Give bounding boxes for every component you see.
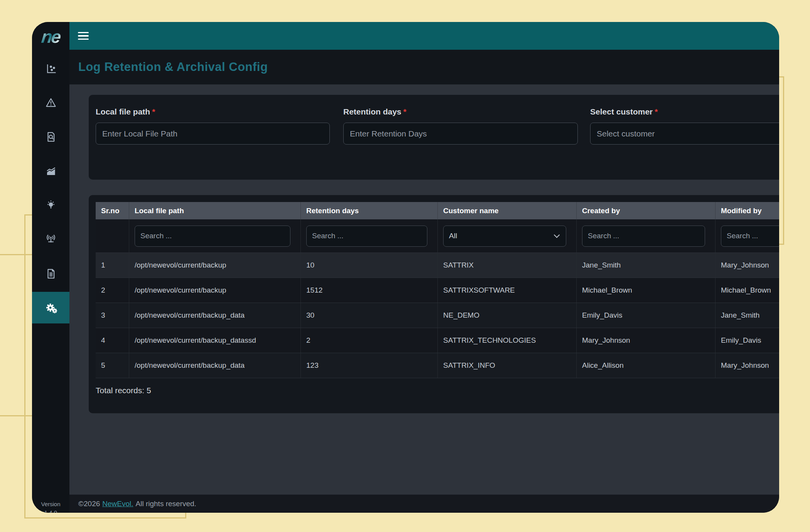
- lightbulb-icon: [45, 199, 57, 210]
- retention-days-input[interactable]: [343, 123, 578, 145]
- sidebar-item-alerts[interactable]: [32, 92, 69, 113]
- cell-created-by: Emily_Davis: [577, 303, 716, 328]
- local-file-path-field: Local file path*: [96, 107, 330, 145]
- cell-modified-by: Mary_Johnson: [716, 253, 779, 278]
- cell-created-by: Michael_Brown: [577, 278, 716, 303]
- alert-triangle-icon: [45, 97, 57, 108]
- cell-created-by: Jane_Smith: [577, 253, 716, 278]
- column-header-created-by: Created by: [577, 202, 716, 219]
- local-file-path-input[interactable]: [96, 123, 330, 145]
- top-bar: [69, 22, 779, 50]
- sidebar-item-trends[interactable]: [32, 160, 69, 182]
- filter-cell-empty: [96, 219, 129, 253]
- table-row[interactable]: 2 /opt/newevol/current/backup 1512 SATTR…: [96, 278, 779, 303]
- chevron-down-icon: [554, 232, 560, 238]
- required-marker: *: [152, 107, 155, 116]
- column-header-modified-by: Modified by: [716, 202, 779, 219]
- cell-local-file-path: /opt/newevol/current/backup: [129, 278, 301, 303]
- filter-local-file-path-input[interactable]: [135, 226, 290, 247]
- label-text: Local file path: [96, 107, 150, 116]
- cell-customer-name: NE_DEMO: [438, 303, 577, 328]
- cell-retention-days: 123: [301, 353, 438, 378]
- brand-logo[interactable]: ne: [32, 25, 71, 48]
- filter-customer-select[interactable]: All: [443, 226, 566, 247]
- label-text: Select customer: [590, 107, 653, 116]
- title-bar: Log Retention & Archival Config: [69, 50, 779, 84]
- required-marker: *: [655, 107, 658, 116]
- sidebar-item-insights[interactable]: [32, 194, 69, 215]
- table-row[interactable]: 5 /opt/newevol/current/backup_data 123 S…: [96, 353, 779, 378]
- cell-srno: 3: [96, 303, 129, 328]
- area-chart-icon: [45, 165, 57, 177]
- cell-srno: 2: [96, 278, 129, 303]
- retention-days-label: Retention days*: [343, 107, 578, 116]
- footer: ©2026 NewEvol. All rights reserved.: [69, 495, 779, 513]
- cell-modified-by: Jane_Smith: [716, 303, 779, 328]
- page: { "window": { "title": "Log Retention & …: [0, 0, 810, 532]
- column-header-customer-name: Customer name: [438, 202, 577, 219]
- cell-customer-name: SATTRIX_INFO: [438, 353, 577, 378]
- cell-retention-days: 1512: [301, 278, 438, 303]
- table-row[interactable]: 4 /opt/newevol/current/backup_datassd 2 …: [96, 328, 779, 353]
- select-customer-field: Select customer*: [590, 107, 779, 145]
- cell-local-file-path: /opt/newevol/current/backup_data: [129, 303, 301, 328]
- page-title: Log Retention & Archival Config: [78, 60, 268, 74]
- cell-modified-by: Emily_Davis: [716, 328, 779, 353]
- retention-form-panel: Local file path* Retention days* Select …: [89, 95, 779, 180]
- cell-retention-days: 10: [301, 253, 438, 278]
- cell-srno: 4: [96, 328, 129, 353]
- cell-retention-days: 30: [301, 303, 438, 328]
- column-header-local-file-path: Local file path: [129, 202, 301, 219]
- main-content: Local file path* Retention days* Select …: [69, 84, 779, 495]
- retention-table: Sr.no Local file path Retention days Cus…: [96, 202, 779, 378]
- customer-filter-value: All: [449, 232, 457, 240]
- table-header-row: Sr.no Local file path Retention days Cus…: [96, 202, 779, 219]
- cell-created-by: Alice_Allison: [577, 353, 716, 378]
- sidebar-item-settings[interactable]: [32, 292, 69, 323]
- sidebar-item-broadcast[interactable]: [32, 228, 69, 249]
- cell-modified-by: Michael_Brown: [716, 278, 779, 303]
- rights-text: All rights reserved.: [136, 500, 196, 508]
- required-marker: *: [403, 107, 407, 116]
- cell-retention-days: 2: [301, 328, 438, 353]
- copyright-text: ©2026: [78, 500, 100, 508]
- cell-local-file-path: /opt/newevol/current/backup_data: [129, 353, 301, 378]
- sidebar: ne: [32, 22, 69, 513]
- table-row[interactable]: 3 /opt/newevol/current/backup_data 30 NE…: [96, 303, 779, 328]
- cell-srno: 1: [96, 253, 129, 278]
- cell-customer-name: SATTRIX: [438, 253, 577, 278]
- broadcast-icon: [45, 233, 57, 244]
- table-row[interactable]: 1 /opt/newevol/current/backup 10 SATTRIX…: [96, 253, 779, 278]
- select-customer-label: Select customer*: [590, 107, 779, 116]
- filter-retention-days-input[interactable]: [306, 226, 427, 247]
- cell-customer-name: SATTRIXSOFTWARE: [438, 278, 577, 303]
- filter-created-by-input[interactable]: [582, 226, 705, 247]
- cell-local-file-path: /opt/newevol/current/backup_datassd: [129, 328, 301, 353]
- cell-customer-name: SATTRIX_TECHNOLOGIES: [438, 328, 577, 353]
- cell-created-by: Mary_Johnson: [577, 328, 716, 353]
- settings-gears-icon: [44, 301, 58, 315]
- app-window: ne: [32, 22, 779, 513]
- sidebar-item-log-search[interactable]: [32, 126, 69, 148]
- column-header-srno: Sr.no: [96, 202, 129, 219]
- report-icon: [45, 268, 57, 279]
- retention-table-panel: Sr.no Local file path Retention days Cus…: [89, 195, 779, 413]
- local-file-path-label: Local file path*: [96, 107, 330, 116]
- newevol-link[interactable]: NewEvol.: [102, 500, 133, 508]
- cell-modified-by: Mary_Johnson: [716, 353, 779, 378]
- cell-srno: 5: [96, 353, 129, 378]
- cluster-chart-icon: [45, 62, 57, 74]
- sidebar-item-reports[interactable]: [32, 263, 69, 285]
- table-filter-row: All: [96, 219, 779, 253]
- version-label: Version: [32, 500, 69, 508]
- menu-icon[interactable]: [78, 30, 89, 42]
- log-search-icon: [45, 131, 57, 143]
- filter-modified-by-input[interactable]: [721, 226, 779, 247]
- sidebar-item-cluster-chart[interactable]: [32, 57, 69, 79]
- total-records: Total records: 5: [96, 386, 151, 395]
- cell-local-file-path: /opt/newevol/current/backup: [129, 253, 301, 278]
- customer-select[interactable]: [590, 123, 779, 145]
- column-header-retention-days: Retention days: [301, 202, 438, 219]
- retention-days-field: Retention days*: [343, 107, 578, 145]
- label-text: Retention days: [343, 107, 402, 116]
